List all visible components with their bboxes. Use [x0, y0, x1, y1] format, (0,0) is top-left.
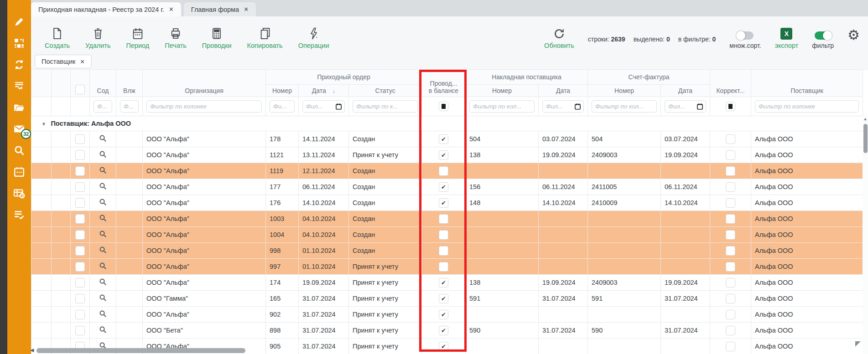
cell-posted[interactable]	[422, 243, 466, 259]
cell-posted[interactable]: ✔	[422, 275, 466, 291]
row-checkbox[interactable]	[75, 278, 85, 287]
col-vlj[interactable]: Влж	[116, 70, 143, 97]
row-select-cell[interactable]	[71, 179, 90, 195]
col-supplier[interactable]: Поставщик	[751, 70, 863, 97]
col-order-status[interactable]: Статус	[349, 85, 422, 97]
cell-sod[interactable]	[90, 243, 116, 259]
posted-checkbox[interactable]: ✔	[439, 294, 448, 303]
col-korrekt[interactable]: Коррект...	[710, 70, 751, 97]
sort-desc-icon[interactable]: ↓	[333, 87, 336, 94]
cell-sod[interactable]	[90, 179, 116, 195]
korrekt-checkbox[interactable]	[726, 278, 735, 287]
cell-sod[interactable]	[90, 259, 116, 275]
filter-input[interactable]	[665, 100, 706, 113]
posted-checkbox[interactable]: ✔	[439, 150, 448, 160]
cell-sod[interactable]	[90, 147, 116, 163]
posted-checkbox[interactable]	[439, 230, 448, 240]
print-list-icon[interactable]	[13, 80, 26, 92]
sync-icon[interactable]	[13, 58, 26, 71]
scroll-up-icon[interactable]: ▲	[863, 116, 868, 122]
filter-sf-date[interactable]	[661, 97, 710, 116]
search-icon[interactable]	[13, 144, 26, 157]
table-row[interactable]: ООО "Альфа"111912.11.2024СозданАльфа ООО	[31, 163, 863, 179]
calendar-icon[interactable]	[13, 165, 26, 178]
row-select-cell[interactable]	[71, 243, 90, 259]
table-row[interactable]: ООО "Альфа"100404.10.2024СозданАльфа ООО	[31, 227, 863, 243]
filter-input[interactable]	[120, 100, 139, 113]
tab-close-icon[interactable]: ✕	[244, 6, 249, 13]
filter-input[interactable]	[94, 100, 112, 113]
refresh-button[interactable]: Обновить	[544, 28, 574, 49]
cell-posted[interactable]	[422, 163, 466, 179]
cell-posted[interactable]: ✔	[422, 147, 466, 163]
row-select-cell[interactable]	[71, 259, 90, 275]
operations-button[interactable]: Операции	[298, 27, 329, 49]
magnifier-icon[interactable]	[99, 310, 107, 318]
col-inv-num[interactable]: Номер	[466, 85, 539, 97]
gear-icon[interactable]: ⚙	[847, 28, 860, 49]
magnifier-icon[interactable]	[99, 294, 107, 302]
col-inv-date[interactable]: Дата	[539, 85, 588, 97]
scroll-left-icon[interactable]: ◀	[30, 347, 34, 353]
table-row[interactable]: ООО "Бета"89831.07.2024Принят к учету✔59…	[31, 323, 863, 339]
col-sf-num[interactable]: Номер	[588, 85, 661, 97]
korrekt-checkbox[interactable]	[726, 310, 735, 319]
cell-posted[interactable]: ✔	[422, 291, 466, 307]
korrekt-checkbox[interactable]	[726, 342, 735, 351]
print-button[interactable]: Печать	[165, 27, 187, 49]
report-icon[interactable]	[13, 187, 26, 200]
row-checkbox[interactable]	[75, 198, 85, 208]
filter-supplier[interactable]	[751, 97, 863, 116]
cell-korrekt[interactable]	[710, 243, 751, 259]
magnifier-icon[interactable]	[99, 150, 107, 158]
qr-icon[interactable]	[13, 37, 26, 50]
tab-registry[interactable]: Приходная накладная - Реестр за 2024 г. …	[31, 2, 181, 16]
row-select-cell[interactable]	[71, 307, 90, 323]
posted-checkbox[interactable]: ✔	[439, 310, 448, 319]
posted-checkbox[interactable]	[439, 246, 448, 256]
folder-icon[interactable]	[13, 101, 26, 114]
cell-korrekt[interactable]	[710, 179, 751, 195]
cell-sod[interactable]	[90, 131, 116, 147]
tab-close-icon[interactable]: ✕	[169, 6, 174, 13]
cell-korrekt[interactable]	[710, 259, 751, 275]
magnifier-icon[interactable]	[99, 166, 107, 174]
korrekt-checkbox[interactable]	[726, 230, 735, 240]
filter-input[interactable]	[592, 100, 657, 113]
cell-korrekt[interactable]	[710, 131, 751, 147]
cell-posted[interactable]: ✔	[422, 131, 466, 147]
cell-korrekt[interactable]	[710, 227, 751, 243]
row-checkbox[interactable]	[75, 134, 85, 144]
filter-vlj[interactable]	[116, 97, 143, 116]
row-checkbox[interactable]	[75, 246, 85, 256]
create-button[interactable]: Создать	[45, 27, 70, 49]
posted-checkbox[interactable]: ✔	[439, 342, 448, 351]
chip-close-icon[interactable]: ✕	[80, 58, 85, 65]
mail-icon[interactable]: 32	[13, 123, 26, 135]
table-row[interactable]: ООО "Альфа"99701.10.2024Принят к учетуАл…	[31, 259, 863, 275]
table-row[interactable]: ООО "Альфа"17814.11.2024Создан✔50403.07.…	[31, 131, 863, 147]
row-checkbox[interactable]	[75, 326, 85, 335]
cell-posted[interactable]	[422, 227, 466, 243]
cell-korrekt[interactable]	[710, 163, 751, 179]
filter-toggle[interactable]: фильтр	[812, 31, 834, 49]
row-checkbox[interactable]	[75, 230, 85, 240]
cell-posted[interactable]	[422, 211, 466, 227]
filter-input[interactable]	[270, 100, 295, 113]
posted-checkbox[interactable]: ✔	[439, 278, 448, 287]
vertical-scroll-thumb[interactable]	[863, 124, 868, 153]
col-org[interactable]: Организация	[143, 70, 266, 97]
cell-sod[interactable]	[90, 163, 116, 179]
magnifier-icon[interactable]	[99, 262, 107, 270]
tasks-icon[interactable]	[13, 208, 26, 221]
row-select-cell[interactable]	[71, 163, 90, 179]
cell-korrekt[interactable]	[710, 147, 751, 163]
korrekt-checkbox[interactable]	[726, 246, 735, 256]
posted-checkbox[interactable]: ✔	[439, 326, 448, 335]
row-checkbox[interactable]	[75, 294, 85, 303]
korrekt-checkbox[interactable]	[726, 134, 735, 144]
filter-num[interactable]	[266, 97, 299, 116]
korrekt-checkbox[interactable]	[726, 198, 735, 208]
row-select-cell[interactable]	[71, 291, 90, 307]
row-checkbox[interactable]	[75, 214, 85, 224]
